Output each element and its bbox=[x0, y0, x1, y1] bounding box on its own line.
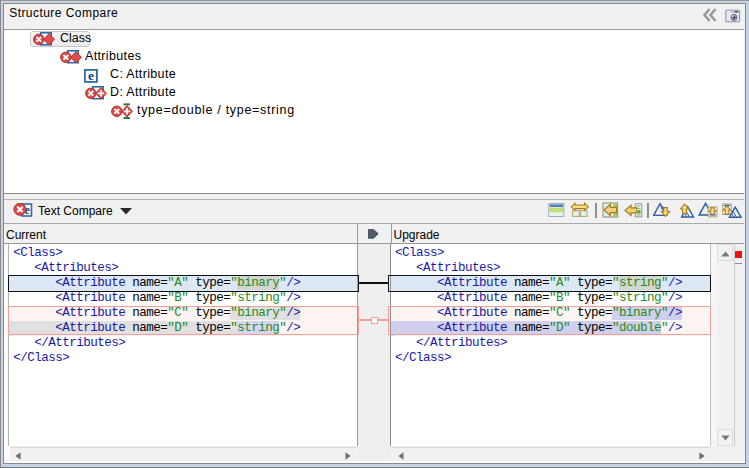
svg-text:e: e bbox=[88, 69, 94, 83]
